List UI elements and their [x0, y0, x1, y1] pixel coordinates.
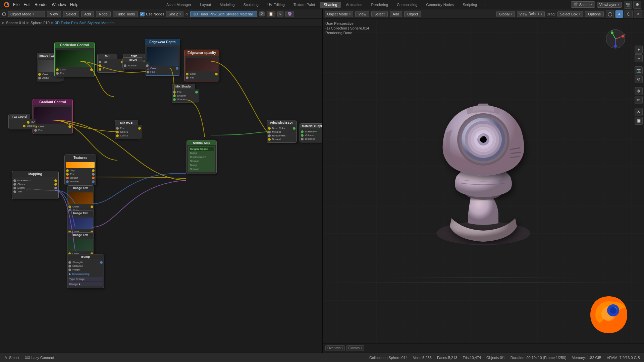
- objects-status: Objects:0/1: [486, 356, 505, 360]
- breadcrumb-sphere010[interactable]: Sphere.010: [31, 21, 50, 25]
- breadcrumb-sep1: ▶: [26, 20, 29, 25]
- lazy-connect-icon: ⌨: [25, 355, 30, 360]
- transform-icon[interactable]: ✥: [635, 87, 643, 95]
- menu-render[interactable]: Render: [33, 2, 49, 8]
- menu-edit[interactable]: Edit: [22, 2, 32, 8]
- orientation-widget[interactable]: X Y Z: [605, 29, 626, 49]
- svg-point-27: [622, 35, 624, 38]
- tab-asset-manager[interactable]: Asset Manager: [162, 2, 195, 8]
- bump-node[interactable]: Bump Strength Distance Height ▶ Downsamp…: [67, 254, 104, 288]
- tab-compositing[interactable]: Compositing: [393, 2, 421, 8]
- drag-label: Drag:: [547, 12, 556, 16]
- use-nodes-checkbox[interactable]: ✓ Use Nodes: [140, 12, 164, 16]
- viewport-select-menu[interactable]: Select: [371, 11, 388, 17]
- viewport-view-menu[interactable]: View: [355, 11, 369, 17]
- menu-window[interactable]: Window: [50, 2, 68, 8]
- options-btn[interactable]: Options: [585, 11, 604, 17]
- textures-node[interactable]: Textures Top Fac Rough Normal: [64, 155, 96, 185]
- gizmos-btn[interactable]: Gizmos ▾: [346, 345, 364, 351]
- vram-status: VRAM: 7.9/16.0 GiB: [607, 356, 640, 360]
- tab-animation[interactable]: Animation: [342, 2, 366, 8]
- breadcrumb-sep2: ▶: [51, 20, 54, 25]
- view-menu[interactable]: View: [47, 11, 61, 17]
- orientation-default[interactable]: View View Default ▾: [517, 11, 544, 17]
- context-menu-node[interactable]: Normal Map Tangent Space Bump Displaceme…: [186, 140, 217, 174]
- breadcrumb-arrow[interactable]: ▶: [2, 21, 5, 24]
- material-number: 2: [259, 11, 265, 16]
- input-node-3[interactable]: Tex Coord UV Object: [8, 114, 30, 129]
- viewport-mode-btn[interactable]: Object Mode ▾: [325, 11, 353, 17]
- tab-geometry-nodes[interactable]: Geometry Nodes: [422, 2, 458, 8]
- render-region-icon[interactable]: ▣: [635, 117, 643, 125]
- material-icon[interactable]: ⬡: [625, 10, 633, 18]
- tab-texture-paint[interactable]: Texture Paint: [289, 2, 319, 8]
- breadcrumb-sphere014[interactable]: Sphere.014: [6, 21, 25, 25]
- node-menu[interactable]: Node: [96, 11, 111, 17]
- zoom-in-icon[interactable]: +: [635, 46, 643, 54]
- zoom-out-icon[interactable]: −: [635, 54, 643, 62]
- svg-point-2: [7, 3, 9, 5]
- collection-status: Collection | Sphere.014: [369, 356, 408, 360]
- material-name-display[interactable]: 3D Tudor Pink Scifi Stylized Material: [190, 11, 257, 17]
- delete-material-icon[interactable]: ×: [277, 11, 283, 17]
- verts-status: Verts:5,256: [413, 356, 432, 360]
- tab-rendering[interactable]: Rendering: [367, 2, 392, 8]
- viewlayer-selector[interactable]: ViewLayer ▾: [597, 2, 622, 8]
- wireframe-icon[interactable]: ◯: [606, 10, 614, 18]
- slot-selector[interactable]: Slot 2 ▾: [166, 11, 183, 17]
- viewport-object-menu[interactable]: Object: [404, 11, 421, 17]
- tab-shading[interactable]: Shading: [320, 2, 341, 8]
- memory-status: Memory: 1.82 GiB: [572, 356, 601, 360]
- solid-icon[interactable]: ●: [615, 10, 623, 18]
- local-view-icon[interactable]: ⊙: [635, 75, 643, 83]
- chevron-down-icon: ▾: [591, 3, 593, 6]
- gradient-control-node[interactable]: Gradiant Control Color Fac: [33, 99, 73, 134]
- add-menu[interactable]: Add: [81, 11, 94, 17]
- tab-uv-editing[interactable]: UV Editing: [263, 2, 289, 8]
- menu-file[interactable]: File: [11, 2, 21, 8]
- mode-chevron-vp: ▾: [349, 12, 351, 16]
- camera-view-icon[interactable]: 📷: [635, 66, 643, 74]
- select-box-btn[interactable]: Select Box ▾: [557, 11, 583, 17]
- orient-chevron: ▾: [511, 12, 513, 16]
- occlusion-control-node[interactable]: Occlusion Control Color Fac: [54, 42, 95, 77]
- shader-ball-icon[interactable]: 🔮: [285, 11, 294, 17]
- tab-scripting[interactable]: Scripting: [459, 2, 481, 8]
- viewport-overlay-btn[interactable]: Overlays ▾: [325, 345, 345, 351]
- tab-layout[interactable]: Layout: [196, 2, 215, 8]
- pass-node-1[interactable]: Bevel Normal: [122, 57, 143, 69]
- tab-modeling[interactable]: Modeling: [216, 2, 239, 8]
- settings-icon[interactable]: ⚙: [633, 1, 641, 9]
- edgewear-opacity-node[interactable]: Edgewear opacity Color Fac: [184, 50, 219, 81]
- mapping-node[interactable]: Mapping Gradient D Check Depth Tile: [12, 171, 59, 199]
- tex-node-1[interactable]: Image Tex Color Alpha: [67, 185, 94, 214]
- collection-label: (1) Collection | Sphere.014: [325, 26, 369, 30]
- object-mode-btn[interactable]: Object Mode ▾: [8, 11, 45, 17]
- viewport-add-menu[interactable]: Add: [390, 11, 402, 17]
- scene-selector[interactable]: 🎬 Scene ▾: [571, 1, 595, 8]
- mix-shader-node[interactable]: Mix Shader Fac Shader Shader: [172, 84, 195, 103]
- mix-node-2[interactable]: Mix RGB Fac Color1 Color2: [115, 120, 138, 139]
- node-editor-type-icon: ⬡: [2, 11, 6, 17]
- principled-bsdf-node[interactable]: Principled BSDF Base Color Metallic Roug…: [267, 120, 297, 143]
- rendering-label: Rendering Done: [325, 31, 369, 35]
- blender-icon[interactable]: [3, 1, 11, 9]
- edgewear-depth-node[interactable]: Edgewear Depth Color Fac: [145, 39, 180, 76]
- mix-node-1[interactable]: Mix Fac A B: [97, 54, 117, 73]
- turbo-tools-btn[interactable]: Turbo Tools: [113, 11, 138, 17]
- render-icon[interactable]: 📷: [624, 1, 632, 9]
- material-output-node[interactable]: Material Output Surface Volume Displace: [300, 123, 322, 142]
- select-menu[interactable]: Select: [63, 11, 79, 17]
- annotate-icon[interactable]: ✏: [635, 96, 643, 104]
- viewport-display-icons: ◯ ● ⬡ ☀: [606, 10, 642, 18]
- menu-help[interactable]: Help: [68, 2, 80, 8]
- copy-material-icon[interactable]: 📋: [267, 11, 275, 17]
- hide-icon[interactable]: 👁: [635, 108, 643, 116]
- sphere-icon: ○: [185, 11, 188, 17]
- tab-sculpting[interactable]: Sculpting: [239, 2, 263, 8]
- orientation-selector[interactable]: Global ▾: [496, 11, 515, 17]
- rendered-icon[interactable]: ☀: [634, 10, 642, 18]
- svg-point-33: [610, 307, 616, 314]
- tab-add[interactable]: +: [482, 2, 488, 7]
- breadcrumb-material[interactable]: 3D Tudor Pink Scifi Stylized Material: [55, 21, 114, 25]
